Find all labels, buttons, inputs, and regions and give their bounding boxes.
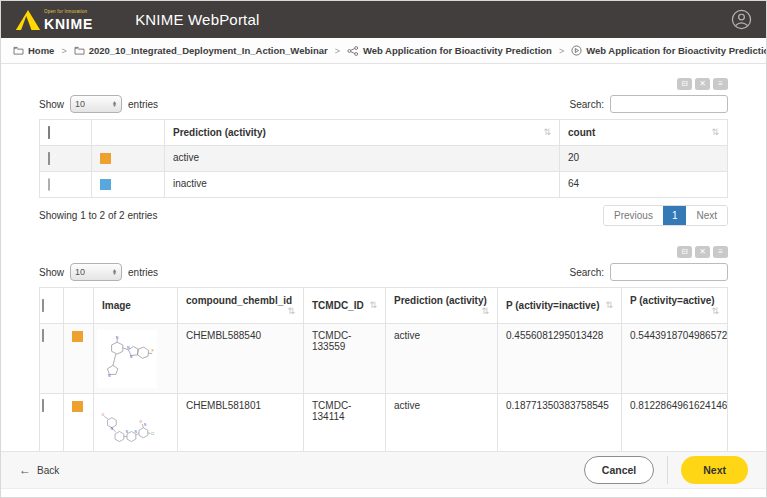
row-color-cell <box>92 172 165 198</box>
column-header-count[interactable]: count ⇅ <box>560 120 728 146</box>
prediction-table: Prediction (activity) ⇅ count ⇅ activ <box>39 119 728 198</box>
collapse-selection-icon[interactable]: ⊟ <box>677 246 692 258</box>
row-color-cell <box>64 324 94 394</box>
select-stepper-icon: ▲▼ <box>112 101 117 107</box>
table-row-active[interactable]: active 20 <box>40 146 728 172</box>
row-select-cell <box>40 324 64 394</box>
sort-icon[interactable]: ⇅ <box>711 306 719 316</box>
row-checkbox[interactable] <box>42 399 44 412</box>
select-all-checkbox[interactable] <box>42 299 44 312</box>
column-header-prediction[interactable]: Prediction (activity) ⇅ <box>165 120 560 146</box>
molecule-image: N N N N F <box>97 330 157 388</box>
page-size-value: 10 <box>75 267 85 277</box>
breadcrumb-workflow[interactable]: Web Application for Bioactivity Predicti… <box>347 45 552 56</box>
search-label: Search: <box>570 267 604 278</box>
table-toolbar: ⊟ ✕ ≡ <box>39 78 728 91</box>
column-header-compound-chembl-id[interactable]: compound_chembl_id ⇅ <box>178 288 304 324</box>
p-inactive-cell: 0.4556081295013428 <box>498 324 622 394</box>
sort-icon[interactable]: ⇅ <box>543 127 551 137</box>
show-label: Show <box>39 99 64 110</box>
compound-chembl-id-cell: CHEMBL588540 <box>178 324 304 394</box>
column-header-p-inactive[interactable]: P (activity=inactive) ⇅ <box>498 288 622 324</box>
back-button[interactable]: ← Back <box>19 463 59 477</box>
breadcrumb-label: 2020_10_Integrated_Deployment_In_Action_… <box>89 45 328 56</box>
svg-text:N: N <box>130 355 133 359</box>
svg-text:O: O <box>140 420 143 424</box>
sort-icon[interactable]: ⇅ <box>711 127 719 137</box>
app-header: Open for Innovation KNIME KNIME WebPorta… <box>1 1 766 38</box>
sort-icon[interactable]: ⇅ <box>287 306 295 316</box>
svg-text:N: N <box>126 430 129 434</box>
table-controls: Show 10 ▲▼ entries Search: <box>39 263 728 281</box>
table-row-inactive[interactable]: inactive 64 <box>40 172 728 198</box>
footer-divider <box>667 456 668 484</box>
color-column-header <box>92 120 165 146</box>
svg-text:Cl: Cl <box>151 431 154 435</box>
table-menu-icon[interactable]: ≡ <box>713 246 728 258</box>
breadcrumb-home[interactable]: Home <box>13 45 54 56</box>
show-entries-control: Show 10 ▲▼ entries <box>39 95 158 113</box>
show-label: Show <box>39 267 64 278</box>
previous-page-button[interactable]: Previous <box>604 206 663 225</box>
compound-table: Image compound_chembl_id ⇅ TCMDC_ID ⇅ Pr… <box>39 287 728 478</box>
row-checkbox[interactable] <box>48 178 50 191</box>
page-number-button[interactable]: 1 <box>663 206 687 225</box>
pagination: Previous 1 Next <box>603 205 728 226</box>
breadcrumb-job[interactable]: Web Application for Bioactivity Predicti… <box>571 45 767 56</box>
knime-webportal-window: Open for Innovation KNIME KNIME WebPorta… <box>0 0 767 498</box>
color-chip <box>72 331 83 342</box>
breadcrumb-label: Web Application for Bioactivity Predicti… <box>363 45 552 56</box>
page-size-select[interactable]: 10 ▲▼ <box>70 95 122 113</box>
table-controls: Show 10 ▲▼ entries Search: <box>39 95 728 113</box>
compound-row-1[interactable]: N N N N F CHEMBL588540 TCMDC-133559 acti… <box>40 324 728 394</box>
column-header-tcmdc-id[interactable]: TCMDC_ID ⇅ <box>304 288 386 324</box>
tcmdc-id-cell: TCMDC-133559 <box>304 324 386 394</box>
next-button[interactable]: Next <box>681 456 748 484</box>
next-page-button[interactable]: Next <box>686 206 727 225</box>
user-account-icon[interactable] <box>731 9 752 30</box>
breadcrumb-webinar-folder[interactable]: 2020_10_Integrated_Deployment_In_Action_… <box>74 45 328 56</box>
column-header-p-active[interactable]: P (activity=active) ⇅ <box>622 288 728 324</box>
row-checkbox[interactable] <box>48 152 50 165</box>
page-size-select[interactable]: 10 ▲▼ <box>70 263 122 281</box>
sort-icon[interactable]: ⇅ <box>605 300 613 310</box>
breadcrumb-separator: > <box>335 46 340 56</box>
search-input[interactable] <box>610 263 728 281</box>
row-checkbox[interactable] <box>42 329 44 342</box>
sort-icon[interactable]: ⇅ <box>481 306 489 316</box>
select-all-checkbox[interactable] <box>48 126 50 139</box>
page-size-value: 10 <box>75 99 85 109</box>
compound-table-section: ⊟ ✕ ≡ Show 10 ▲▼ entries Search: <box>39 246 728 478</box>
table-info-row: Showing 1 to 2 of 2 entries Previous 1 N… <box>39 205 728 226</box>
breadcrumb-separator: > <box>61 46 66 56</box>
p-active-cell: 0.5443918704986572 <box>622 324 728 394</box>
knime-logo[interactable]: Open for Innovation KNIME <box>15 9 93 31</box>
count-cell: 20 <box>560 146 728 172</box>
search-input[interactable] <box>610 95 728 113</box>
sort-icon[interactable]: ⇅ <box>369 300 377 310</box>
back-arrow-icon: ← <box>19 463 31 477</box>
table-toolbar: ⊟ ✕ ≡ <box>39 246 728 259</box>
color-chip <box>72 401 83 412</box>
page-title: KNIME WebPortal <box>135 11 259 28</box>
prediction-table-section: ⊟ ✕ ≡ Show 10 ▲▼ entries Search: <box>39 78 728 226</box>
clear-selection-icon[interactable]: ✕ <box>695 246 710 258</box>
molecule-image-cell: N N N N F <box>94 324 178 394</box>
folder-icon <box>13 46 24 55</box>
color-chip <box>100 179 111 190</box>
workflow-icon <box>347 46 359 56</box>
select-all-header <box>40 120 92 146</box>
main-content: ⊟ ✕ ≡ Show 10 ▲▼ entries Search: <box>1 78 766 478</box>
clear-selection-icon[interactable]: ✕ <box>695 78 710 90</box>
breadcrumb-label: Web Application for Bioactivity Predicti… <box>586 45 767 56</box>
column-header-prediction[interactable]: Prediction (activity) ⇅ <box>386 288 498 324</box>
svg-text:F: F <box>152 349 154 353</box>
prediction-cell: inactive <box>165 172 560 198</box>
svg-text:O: O <box>102 413 105 417</box>
svg-text:N: N <box>116 335 119 339</box>
search-control: Search: <box>570 95 728 113</box>
svg-text:N: N <box>135 430 138 434</box>
table-menu-icon[interactable]: ≡ <box>713 78 728 90</box>
cancel-button[interactable]: Cancel <box>584 456 654 484</box>
collapse-selection-icon[interactable]: ⊟ <box>677 78 692 90</box>
